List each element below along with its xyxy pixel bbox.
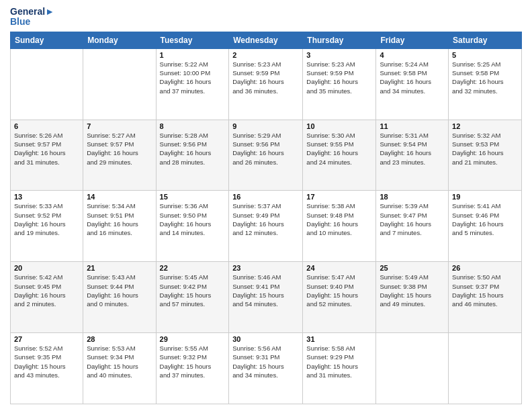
day-info: Sunrise: 5:29 AM Sunset: 9:56 PM Dayligh…	[232, 131, 299, 167]
calendar-cell: 13Sunrise: 5:33 AM Sunset: 9:52 PM Dayli…	[11, 191, 83, 262]
day-number: 26	[452, 264, 518, 272]
day-info: Sunrise: 5:33 AM Sunset: 9:52 PM Dayligh…	[14, 201, 79, 237]
week-row-2: 6Sunrise: 5:26 AM Sunset: 9:57 PM Daylig…	[11, 120, 522, 191]
day-number: 30	[232, 335, 299, 343]
day-info: Sunrise: 5:23 AM Sunset: 9:59 PM Dayligh…	[232, 60, 299, 95]
day-info: Sunrise: 5:38 AM Sunset: 9:48 PM Dayligh…	[306, 201, 372, 237]
day-info: Sunrise: 5:37 AM Sunset: 9:49 PM Dayligh…	[232, 201, 299, 237]
day-info: Sunrise: 5:24 AM Sunset: 9:58 PM Dayligh…	[380, 60, 445, 95]
calendar-cell: 16Sunrise: 5:37 AM Sunset: 9:49 PM Dayli…	[229, 191, 303, 262]
day-number: 24	[306, 264, 372, 272]
day-number: 6	[14, 122, 79, 130]
calendar-cell	[83, 48, 156, 120]
day-number: 9	[232, 122, 299, 130]
day-number: 19	[452, 193, 518, 201]
day-number: 18	[380, 193, 445, 201]
calendar-cell: 24Sunrise: 5:47 AM Sunset: 9:40 PM Dayli…	[303, 262, 376, 333]
day-info: Sunrise: 5:47 AM Sunset: 9:40 PM Dayligh…	[306, 273, 372, 308]
calendar-cell: 14Sunrise: 5:34 AM Sunset: 9:51 PM Dayli…	[83, 191, 156, 262]
day-header-sunday: Sunday	[11, 32, 83, 48]
week-row-3: 13Sunrise: 5:33 AM Sunset: 9:52 PM Dayli…	[11, 191, 522, 262]
calendar-cell: 17Sunrise: 5:38 AM Sunset: 9:48 PM Dayli…	[303, 191, 376, 262]
calendar-cell	[449, 333, 522, 404]
day-number: 7	[87, 122, 152, 130]
day-info: Sunrise: 5:42 AM Sunset: 9:45 PM Dayligh…	[14, 273, 79, 308]
logo: General► Blue	[10, 7, 54, 28]
logo-container: General► Blue	[10, 7, 54, 28]
calendar-cell: 23Sunrise: 5:46 AM Sunset: 9:41 PM Dayli…	[229, 262, 303, 333]
calendar-cell: 7Sunrise: 5:27 AM Sunset: 9:57 PM Daylig…	[83, 120, 156, 191]
day-number: 31	[306, 335, 372, 343]
calendar-cell: 28Sunrise: 5:53 AM Sunset: 9:34 PM Dayli…	[83, 333, 156, 404]
logo-blue: Blue	[10, 17, 54, 27]
day-header-thursday: Thursday	[303, 32, 376, 48]
day-info: Sunrise: 5:45 AM Sunset: 9:42 PM Dayligh…	[160, 273, 226, 308]
day-info: Sunrise: 5:56 AM Sunset: 9:31 PM Dayligh…	[232, 344, 299, 379]
day-info: Sunrise: 5:25 AM Sunset: 9:58 PM Dayligh…	[452, 60, 518, 95]
day-info: Sunrise: 5:36 AM Sunset: 9:50 PM Dayligh…	[160, 201, 226, 237]
calendar-cell: 1Sunrise: 5:22 AM Sunset: 10:00 PM Dayli…	[156, 48, 229, 120]
day-info: Sunrise: 5:34 AM Sunset: 9:51 PM Dayligh…	[87, 201, 152, 237]
calendar-cell: 25Sunrise: 5:49 AM Sunset: 9:38 PM Dayli…	[376, 262, 449, 333]
calendar-cell: 2Sunrise: 5:23 AM Sunset: 9:59 PM Daylig…	[229, 48, 303, 120]
day-info: Sunrise: 5:23 AM Sunset: 9:59 PM Dayligh…	[306, 60, 372, 95]
day-number: 12	[452, 122, 518, 130]
header: General► Blue	[10, 7, 522, 28]
calendar-cell: 19Sunrise: 5:41 AM Sunset: 9:46 PM Dayli…	[449, 191, 522, 262]
day-number: 8	[160, 122, 226, 130]
calendar-cell: 11Sunrise: 5:31 AM Sunset: 9:54 PM Dayli…	[376, 120, 449, 191]
week-row-1: 1Sunrise: 5:22 AM Sunset: 10:00 PM Dayli…	[11, 48, 522, 120]
day-number: 28	[87, 335, 152, 343]
calendar-cell: 15Sunrise: 5:36 AM Sunset: 9:50 PM Dayli…	[156, 191, 229, 262]
calendar-cell	[376, 333, 449, 404]
day-info: Sunrise: 5:58 AM Sunset: 9:29 PM Dayligh…	[306, 344, 372, 379]
day-header-monday: Monday	[83, 32, 156, 48]
day-number: 23	[232, 264, 299, 272]
day-number: 2	[232, 51, 299, 59]
day-number: 4	[380, 51, 445, 59]
day-number: 3	[306, 51, 372, 59]
calendar-cell: 5Sunrise: 5:25 AM Sunset: 9:58 PM Daylig…	[449, 48, 522, 120]
day-info: Sunrise: 5:32 AM Sunset: 9:53 PM Dayligh…	[452, 131, 518, 167]
calendar-cell: 31Sunrise: 5:58 AM Sunset: 9:29 PM Dayli…	[303, 333, 376, 404]
calendar-cell: 12Sunrise: 5:32 AM Sunset: 9:53 PM Dayli…	[449, 120, 522, 191]
calendar-cell: 21Sunrise: 5:43 AM Sunset: 9:44 PM Dayli…	[83, 262, 156, 333]
calendar-cell: 18Sunrise: 5:39 AM Sunset: 9:47 PM Dayli…	[376, 191, 449, 262]
day-number: 22	[160, 264, 226, 272]
day-number: 5	[452, 51, 518, 59]
day-number: 13	[14, 193, 79, 201]
calendar-cell: 30Sunrise: 5:56 AM Sunset: 9:31 PM Dayli…	[229, 333, 303, 404]
day-header-saturday: Saturday	[449, 32, 522, 48]
day-number: 20	[14, 264, 79, 272]
day-number: 17	[306, 193, 372, 201]
days-header-row: SundayMondayTuesdayWednesdayThursdayFrid…	[11, 32, 522, 48]
day-info: Sunrise: 5:28 AM Sunset: 9:56 PM Dayligh…	[160, 131, 226, 167]
calendar-cell: 6Sunrise: 5:26 AM Sunset: 9:57 PM Daylig…	[11, 120, 83, 191]
calendar-cell: 8Sunrise: 5:28 AM Sunset: 9:56 PM Daylig…	[156, 120, 229, 191]
day-number: 29	[160, 335, 226, 343]
day-number: 25	[380, 264, 445, 272]
calendar-cell	[11, 48, 83, 120]
day-info: Sunrise: 5:46 AM Sunset: 9:41 PM Dayligh…	[232, 273, 299, 308]
day-number: 16	[232, 193, 299, 201]
logo-general: General►	[10, 7, 54, 17]
day-info: Sunrise: 5:27 AM Sunset: 9:57 PM Dayligh…	[87, 131, 152, 167]
calendar-cell: 27Sunrise: 5:52 AM Sunset: 9:35 PM Dayli…	[11, 333, 83, 404]
calendar-cell: 4Sunrise: 5:24 AM Sunset: 9:58 PM Daylig…	[376, 48, 449, 120]
calendar-table: SundayMondayTuesdayWednesdayThursdayFrid…	[10, 32, 522, 404]
calendar-cell: 26Sunrise: 5:50 AM Sunset: 9:37 PM Dayli…	[449, 262, 522, 333]
day-number: 1	[160, 51, 226, 59]
day-number: 15	[160, 193, 226, 201]
day-info: Sunrise: 5:52 AM Sunset: 9:35 PM Dayligh…	[14, 344, 79, 379]
day-header-friday: Friday	[376, 32, 449, 48]
day-info: Sunrise: 5:41 AM Sunset: 9:46 PM Dayligh…	[452, 201, 518, 237]
week-row-5: 27Sunrise: 5:52 AM Sunset: 9:35 PM Dayli…	[11, 333, 522, 404]
day-number: 11	[380, 122, 445, 130]
week-row-4: 20Sunrise: 5:42 AM Sunset: 9:45 PM Dayli…	[11, 262, 522, 333]
day-info: Sunrise: 5:53 AM Sunset: 9:34 PM Dayligh…	[87, 344, 152, 379]
day-header-tuesday: Tuesday	[156, 32, 229, 48]
day-info: Sunrise: 5:39 AM Sunset: 9:47 PM Dayligh…	[380, 201, 445, 237]
day-info: Sunrise: 5:30 AM Sunset: 9:55 PM Dayligh…	[306, 131, 372, 167]
day-info: Sunrise: 5:50 AM Sunset: 9:37 PM Dayligh…	[452, 273, 518, 308]
day-info: Sunrise: 5:43 AM Sunset: 9:44 PM Dayligh…	[87, 273, 152, 308]
